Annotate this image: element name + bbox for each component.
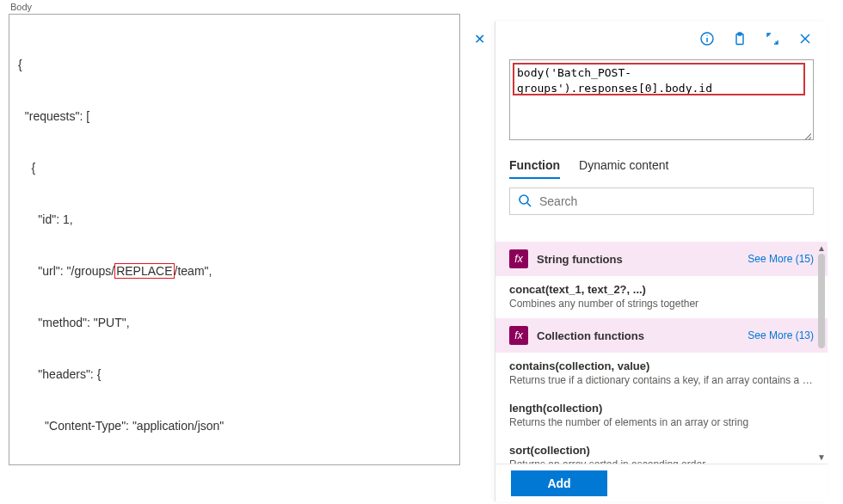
function-item-length[interactable]: length(collection) Returns the number of… xyxy=(495,395,828,437)
category-header-collection[interactable]: fx Collection functions See More (13) xyxy=(495,318,828,353)
function-signature: length(collection) xyxy=(509,402,814,415)
add-button[interactable]: Add xyxy=(511,470,607,496)
function-description: Returns the number of elements in an arr… xyxy=(509,416,814,428)
replace-highlight: REPLACE xyxy=(114,263,174,279)
function-list: fx String functions See More (15) concat… xyxy=(495,242,828,464)
expression-input-wrap xyxy=(509,59,814,143)
search-input[interactable] xyxy=(509,187,814,215)
function-signature: sort(collection) xyxy=(509,444,814,457)
close-icon[interactable] xyxy=(798,32,812,46)
function-list-scrollbar[interactable]: ▲ ▼ xyxy=(815,242,828,463)
function-signature: concat(text_1, text_2?, ...) xyxy=(509,283,814,296)
svg-point-2 xyxy=(706,35,707,36)
expression-toolbar xyxy=(495,22,828,56)
code-line: "Content-Type": "application/json" xyxy=(18,417,451,434)
scroll-thumb[interactable] xyxy=(818,254,825,348)
info-icon[interactable] xyxy=(700,32,714,46)
tab-dynamic-content[interactable]: Dynamic content xyxy=(579,158,668,179)
body-textarea[interactable]: { "requests": [ { "id": 1, "url": "/grou… xyxy=(9,14,460,465)
body-panel: Body { "requests": [ { "id": 1, "url": "… xyxy=(9,2,460,465)
category-header-string[interactable]: fx String functions See More (15) xyxy=(495,242,828,276)
expand-icon[interactable] xyxy=(766,32,779,46)
search-icon xyxy=(518,194,532,210)
function-item-concat[interactable]: concat(text_1, text_2?, ...) Combines an… xyxy=(495,276,828,318)
scroll-track[interactable] xyxy=(815,254,828,451)
expression-tabs: Function Dynamic content xyxy=(509,158,814,179)
code-line: "url": "/groups/REPLACE/team", xyxy=(18,262,451,280)
code-line: { xyxy=(18,159,451,176)
see-more-link[interactable]: See More (15) xyxy=(748,253,814,265)
category-title: String functions xyxy=(537,253,739,266)
clipboard-icon[interactable] xyxy=(733,32,747,46)
fx-icon: fx xyxy=(509,326,528,345)
code-line: "headers": { xyxy=(18,366,451,383)
function-item-contains[interactable]: contains(collection, value) Returns true… xyxy=(495,353,828,395)
see-more-link[interactable]: See More (13) xyxy=(748,329,814,341)
category-title: Collection functions xyxy=(537,329,739,342)
code-line: { xyxy=(18,56,451,73)
code-text: "url": "/groups/ xyxy=(18,264,114,278)
expression-panel: Function Dynamic content fx String funct… xyxy=(495,22,828,501)
svg-point-7 xyxy=(520,195,528,204)
svg-line-8 xyxy=(527,203,531,206)
close-icon[interactable]: ✕ xyxy=(474,31,485,47)
function-description: Returns true if a dictionary contains a … xyxy=(509,374,814,386)
scroll-up-icon[interactable]: ▲ xyxy=(815,242,828,254)
resize-handle-icon[interactable] xyxy=(803,132,811,140)
add-bar: Add xyxy=(495,464,828,501)
code-text: /team", xyxy=(175,264,212,278)
code-line: "requests": [ xyxy=(18,108,451,125)
search-wrap xyxy=(509,187,814,215)
tab-function[interactable]: Function xyxy=(509,158,560,179)
function-item-sort[interactable]: sort(collection) Returns an array sorted… xyxy=(495,437,828,464)
function-signature: contains(collection, value) xyxy=(509,360,814,372)
fx-icon: fx xyxy=(509,249,528,268)
expression-input[interactable] xyxy=(509,59,814,140)
scroll-down-icon[interactable]: ▼ xyxy=(815,451,828,463)
code-line: "id": 1, xyxy=(18,211,451,228)
code-line: "method": "PUT", xyxy=(18,314,451,331)
function-description: Combines any number of strings together xyxy=(509,298,814,310)
body-label: Body xyxy=(9,2,460,12)
